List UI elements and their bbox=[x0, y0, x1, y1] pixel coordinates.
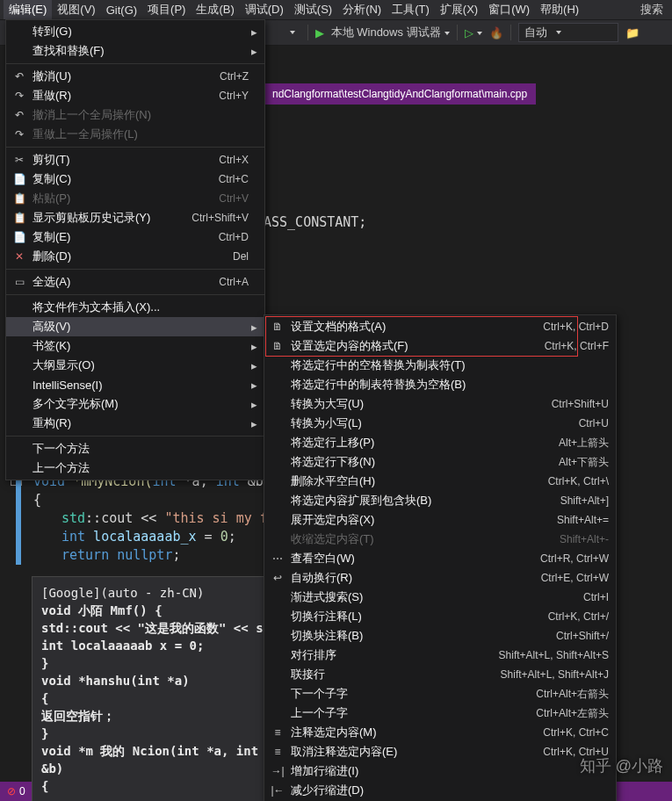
submenu-item[interactable]: 切换行注释(L)Ctrl+K, Ctrl+/ bbox=[264, 607, 616, 626]
menu-build[interactable]: 生成(B) bbox=[191, 0, 239, 19]
submenu-item[interactable]: 将选定行上移(P)Alt+上箭头 bbox=[264, 433, 616, 452]
menu-label: 大纲显示(O) bbox=[27, 357, 238, 373]
menu-item[interactable]: IntelliSense(I)▸ bbox=[6, 375, 264, 394]
submenu-item[interactable]: 渐进式搜索(S)Ctrl+I bbox=[264, 588, 616, 607]
intellisense-tooltip: [Google](auto - zh-CN) void 小陌 Mmf() { s… bbox=[32, 576, 283, 801]
submenu-item[interactable]: 将选定行中的制表符替换为空格(B) bbox=[264, 375, 616, 394]
menu-label: 将选定行中的空格替换为制表符(T) bbox=[285, 357, 598, 373]
submenu-item[interactable]: 将选定行下移(N)Alt+下箭头 bbox=[264, 452, 616, 472]
menu-item[interactable]: ↷重做(R)Ctrl+Y bbox=[6, 86, 264, 105]
menu-label: 将选定行下移(N) bbox=[285, 454, 548, 470]
submenu-item[interactable]: 下一个子字Ctrl+Alt+右箭头 bbox=[264, 684, 616, 704]
menu-item: 📋粘贴(P)Ctrl+V bbox=[6, 189, 264, 208]
menu-item[interactable]: 将文件作为文本插入(X)... bbox=[6, 298, 264, 317]
submenu-item[interactable]: ↩自动换行(R)Ctrl+E, Ctrl+W bbox=[264, 568, 616, 588]
menu-label: 设置选定内容的格式(F) bbox=[285, 338, 534, 354]
file-tab[interactable]: ndClangformat\testClangtidyAndClangforma… bbox=[264, 83, 536, 105]
menu-label: 查找和替换(F) bbox=[27, 43, 238, 59]
menu-item[interactable]: ▭全选(A)Ctrl+A bbox=[6, 272, 264, 292]
menu-icon: ✂ bbox=[11, 154, 27, 166]
menu-item[interactable]: ✂剪切(T)Ctrl+X bbox=[6, 150, 264, 170]
submenu-item[interactable]: 删除水平空白(H)Ctrl+K, Ctrl+\ bbox=[264, 472, 616, 491]
menu-item[interactable]: 📋显示剪贴板历史记录(Y)Ctrl+Shift+V bbox=[6, 208, 264, 227]
menu-shortcut: Ctrl+Shift+V bbox=[181, 212, 249, 224]
submenu-item[interactable]: 转换为小写(L)Ctrl+U bbox=[264, 414, 616, 433]
menu-item[interactable]: 大纲显示(O)▸ bbox=[6, 356, 264, 375]
play-no-debug-icon[interactable]: ▷ bbox=[465, 26, 482, 40]
menu-analyze[interactable]: 分析(N) bbox=[337, 0, 387, 19]
menu-label: 上一个方法 bbox=[27, 460, 238, 476]
menu-item[interactable]: 📄复制(E)Ctrl+D bbox=[6, 227, 264, 247]
menu-separator bbox=[6, 294, 264, 295]
menu-item[interactable]: 书签(K)▸ bbox=[6, 336, 264, 356]
menu-icon: ↩ bbox=[270, 572, 285, 584]
menu-shortcut: Alt+上箭头 bbox=[548, 436, 609, 451]
menu-item[interactable]: 下一个方法 bbox=[6, 439, 264, 458]
menu-project[interactable]: 项目(P) bbox=[142, 0, 191, 19]
menu-separator bbox=[6, 436, 264, 437]
menu-icon: 📄 bbox=[11, 173, 27, 185]
menu-item[interactable]: 高级(V)▸ bbox=[6, 317, 264, 336]
menu-window[interactable]: 窗口(W) bbox=[483, 0, 535, 19]
submenu-item[interactable]: 对行排序Shift+Alt+L, Shift+Alt+S bbox=[264, 646, 616, 665]
menu-item[interactable]: 多个文字光标(M)▸ bbox=[6, 394, 264, 414]
menu-item[interactable]: 转到(G)▸ bbox=[6, 22, 264, 41]
menu-label: 将选定内容扩展到包含块(B) bbox=[285, 493, 550, 509]
menubar: 编辑(E) 视图(V) Git(G) 项目(P) 生成(B) 调试(D) 测试(… bbox=[0, 0, 672, 19]
menu-item: ↷重做上一全局操作(L) bbox=[6, 125, 264, 144]
status-errors[interactable]: 0 bbox=[7, 785, 25, 797]
menu-help[interactable]: 帮助(H) bbox=[535, 0, 584, 19]
config-dropdown[interactable] bbox=[272, 25, 300, 40]
debugger-target[interactable]: 本地 Windows 调试器 bbox=[331, 25, 450, 40]
menu-shortcut: Ctrl+I bbox=[573, 591, 609, 603]
menu-shortcut: Alt+下箭头 bbox=[548, 455, 609, 470]
menu-label: 切换行注释(L) bbox=[285, 609, 538, 624]
submenu-item[interactable]: 上一个子字Ctrl+Alt+左箭头 bbox=[264, 704, 616, 723]
menu-search[interactable]: 搜索 bbox=[635, 0, 668, 19]
submenu-item[interactable]: 将选定内容扩展到包含块(B)Shift+Alt+] bbox=[264, 491, 616, 510]
menu-item[interactable]: 上一个方法 bbox=[6, 458, 264, 478]
toolbar-separator bbox=[307, 25, 308, 40]
submenu-arrow-icon: ▸ bbox=[249, 417, 257, 430]
menu-label: 增加行缩进(I) bbox=[285, 763, 598, 779]
menu-item[interactable]: 📄复制(C)Ctrl+C bbox=[6, 170, 264, 189]
menu-git[interactable]: Git(G) bbox=[101, 2, 142, 18]
submenu-item[interactable]: 🗎设置选定内容的格式(F)Ctrl+K, Ctrl+F bbox=[264, 336, 616, 356]
menu-shortcut: Ctrl+Y bbox=[208, 90, 249, 102]
submenu-item[interactable]: 联接行Shift+Alt+L, Shift+Alt+J bbox=[264, 665, 616, 684]
menu-item[interactable]: 查找和替换(F)▸ bbox=[6, 41, 264, 61]
menu-shortcut: Ctrl+K, Ctrl+\ bbox=[538, 475, 609, 487]
submenu-item[interactable]: ≡注释选定内容(M)Ctrl+K, Ctrl+C bbox=[264, 723, 616, 742]
menu-shortcut: Ctrl+R, Ctrl+W bbox=[530, 552, 609, 565]
submenu-item[interactable]: 展开选定内容(X)Shift+Alt+= bbox=[264, 510, 616, 530]
submenu-item[interactable]: 转换为大写(U)Ctrl+Shift+U bbox=[264, 394, 616, 414]
play-icon[interactable]: ▶ bbox=[315, 26, 324, 40]
submenu-item[interactable]: ≡取消注释选定内容(E)Ctrl+K, Ctrl+U bbox=[264, 742, 616, 761]
menu-tools[interactable]: 工具(T) bbox=[387, 0, 435, 19]
submenu-arrow-icon: ▸ bbox=[249, 25, 257, 39]
folder-icon[interactable]: 📁 bbox=[625, 26, 639, 40]
menu-debug[interactable]: 调试(D) bbox=[240, 0, 289, 19]
menu-item[interactable]: ✕删除(D)Del bbox=[6, 247, 264, 266]
menu-item[interactable]: ↶撤消(U)Ctrl+Z bbox=[6, 67, 264, 86]
menu-shortcut: Ctrl+C bbox=[208, 173, 249, 185]
submenu-item[interactable]: 切换块注释(B)Ctrl+Shift+/ bbox=[264, 626, 616, 646]
submenu-item[interactable]: |←减少行缩进(D) bbox=[264, 781, 616, 800]
mode-dropdown[interactable]: 自动 bbox=[518, 23, 618, 42]
menu-item[interactable]: 重构(R)▸ bbox=[6, 414, 264, 433]
submenu-item[interactable]: 将选定行中的空格替换为制表符(T) bbox=[264, 356, 616, 375]
menu-extensions[interactable]: 扩展(X) bbox=[435, 0, 483, 19]
code-text: = bbox=[205, 529, 220, 545]
menu-edit[interactable]: 编辑(E) bbox=[4, 0, 52, 19]
hot-reload-icon[interactable]: 🔥 bbox=[489, 26, 503, 40]
menu-label: IntelliSense(I) bbox=[27, 379, 238, 392]
menu-label: 复制(E) bbox=[27, 229, 208, 245]
submenu-item[interactable]: ⋯查看空白(W)Ctrl+R, Ctrl+W bbox=[264, 549, 616, 568]
submenu-item[interactable]: 🗎设置文档的格式(A)Ctrl+K, Ctrl+D bbox=[264, 317, 616, 336]
menu-test[interactable]: 测试(S) bbox=[289, 0, 337, 19]
menu-label: 收缩选定内容(T) bbox=[285, 531, 549, 547]
submenu-item[interactable]: →|增加行缩进(I) bbox=[264, 761, 616, 781]
menu-item: ↶撤消上一个全局操作(N) bbox=[6, 105, 264, 125]
menu-view[interactable]: 视图(V) bbox=[52, 0, 100, 19]
menu-shortcut: Shift+Alt+] bbox=[550, 494, 609, 507]
